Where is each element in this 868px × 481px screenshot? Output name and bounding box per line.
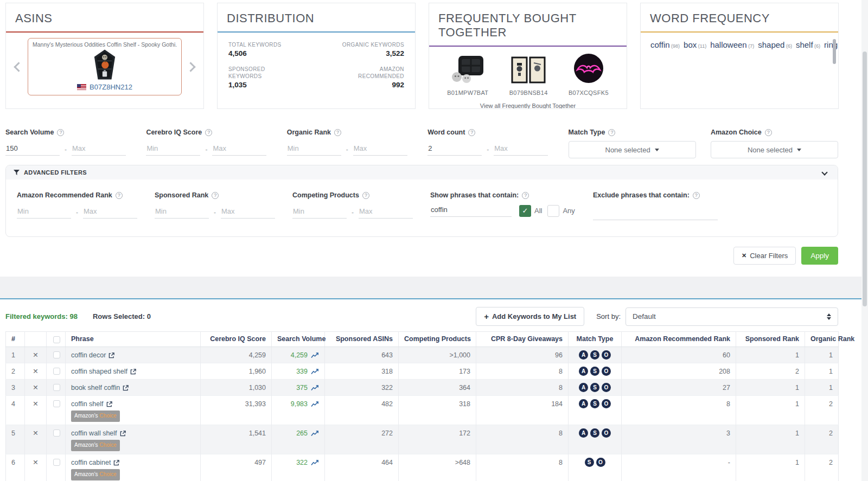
external-link-icon[interactable]: [113, 460, 119, 466]
row-checkbox[interactable]: [53, 368, 60, 375]
distribution-stat: ORGANIC KEYWORDS3,522: [327, 41, 404, 57]
fbt-product[interactable]: B07XCQSFK5: [569, 53, 609, 96]
sponsored-rank-max-input[interactable]: [221, 206, 275, 219]
competing-max-input[interactable]: [359, 206, 413, 219]
amazons-choice-badge: Amazon's Choice: [71, 440, 120, 451]
match-type-dropdown[interactable]: None selected: [569, 141, 696, 158]
competing-products-label: Competing Products: [292, 191, 359, 199]
keyword-phrase-link[interactable]: book shelf coffin: [71, 383, 120, 393]
help-icon[interactable]: [693, 192, 700, 199]
match-type-cell: ASO: [569, 347, 622, 363]
cerebro-iq-max-input[interactable]: [212, 143, 266, 156]
help-icon[interactable]: [765, 129, 772, 136]
page-scrollbar[interactable]: [861, 0, 868, 481]
arr-min-input[interactable]: [17, 206, 71, 219]
trend-chart-icon[interactable]: [311, 384, 319, 391]
amazon-recommended-rank-cell: 27: [622, 380, 736, 396]
chevron-down-icon[interactable]: [821, 169, 827, 175]
keyword-phrase-link[interactable]: coffin shelf: [71, 399, 104, 409]
help-icon[interactable]: [362, 192, 369, 199]
trend-chart-icon[interactable]: [311, 352, 319, 358]
sponsored-rank-cell: 2: [736, 363, 805, 380]
help-icon[interactable]: [57, 129, 64, 136]
arr-max-input[interactable]: [83, 206, 137, 219]
all-checkbox[interactable]: [519, 205, 531, 217]
row-checkbox[interactable]: [53, 400, 60, 407]
phrase-line: coffin decor: [71, 350, 195, 360]
remove-keyword-button[interactable]: ✕: [25, 347, 47, 363]
external-link-icon[interactable]: [123, 385, 129, 391]
keyword-phrase-link[interactable]: coffin decor: [71, 350, 106, 360]
remove-keyword-button[interactable]: ✕: [25, 380, 47, 396]
asin-link[interactable]: B07Z8HN212: [90, 83, 132, 91]
trend-chart-icon[interactable]: [311, 430, 319, 437]
external-link-icon[interactable]: [106, 401, 112, 407]
column-header-cerebro-iq-score: Cerebro IQ Score: [201, 332, 272, 347]
search-volume-value-wrap: 339: [296, 367, 319, 376]
chevron-down-icon: [797, 149, 801, 151]
remove-keyword-button[interactable]: ✕: [25, 363, 47, 380]
help-icon[interactable]: [205, 129, 212, 136]
clear-filters-button[interactable]: Clear Filters: [733, 247, 796, 265]
table-row: 1✕coffin decor4,2594,259643>1,00096ASO60…: [6, 347, 839, 363]
advanced-filters-header[interactable]: ADVANCED FILTERS: [6, 165, 838, 179]
row-checkbox[interactable]: [53, 351, 60, 358]
any-checkbox[interactable]: [547, 205, 559, 217]
help-icon[interactable]: [468, 129, 475, 136]
badge-brand: Amazon's: [74, 471, 98, 477]
filter-funnel-icon: [14, 170, 20, 175]
wordfreq-card-title: WORD FREQUENCY: [641, 3, 838, 31]
phrase-line: coffin cabinet: [71, 458, 195, 467]
sponsored-rank-min-input[interactable]: [155, 206, 209, 219]
word-text: shaped: [758, 40, 784, 49]
row-checkbox[interactable]: [53, 429, 60, 437]
remove-keyword-button[interactable]: ✕: [25, 425, 47, 454]
cerebro-iq-min-input[interactable]: [146, 143, 200, 156]
trend-chart-icon[interactable]: [311, 459, 319, 466]
carousel-right-icon[interactable]: [186, 62, 195, 72]
carousel-left-icon[interactable]: [14, 62, 23, 72]
organic-rank-min-input[interactable]: [287, 143, 341, 156]
competing-products-cell: 172: [399, 425, 476, 454]
select-all-checkbox[interactable]: [53, 336, 60, 343]
sponsored-asins-cell: 322: [325, 380, 399, 396]
keyword-phrase-link[interactable]: coffin shaped shelf: [71, 367, 127, 376]
word-count-max-input[interactable]: [494, 143, 548, 156]
search-volume-min-input[interactable]: [5, 143, 60, 156]
word-count-min-input[interactable]: [427, 143, 482, 156]
help-icon[interactable]: [212, 192, 219, 199]
page-scrollbar-thumb[interactable]: [863, 52, 867, 306]
external-link-icon[interactable]: [120, 431, 126, 437]
word-frequency-item: ring (5): [824, 40, 839, 49]
help-icon[interactable]: [608, 129, 615, 136]
external-link-icon[interactable]: [108, 352, 114, 358]
remove-keyword-button[interactable]: ✕: [25, 396, 47, 425]
competing-min-input[interactable]: [292, 206, 347, 219]
organic-rank-max-input[interactable]: [353, 143, 407, 156]
trend-chart-icon[interactable]: [311, 368, 319, 375]
badge-brand: Amazon's: [74, 442, 98, 448]
search-volume-max-input[interactable]: [72, 143, 126, 156]
wordfreq-scrollbar[interactable]: [833, 39, 836, 64]
help-icon[interactable]: [522, 192, 529, 199]
remove-keyword-button[interactable]: ✕: [25, 454, 47, 481]
fbt-product[interactable]: B079BNSB14: [509, 56, 548, 96]
keyword-phrase-link[interactable]: coffin wall shelf: [71, 428, 117, 438]
add-keywords-button[interactable]: Add Keywords to My List: [476, 307, 584, 326]
row-checkbox[interactable]: [53, 459, 60, 466]
sort-by-select[interactable]: Default: [626, 307, 838, 326]
row-checkbox-cell: [47, 454, 66, 481]
fbt-view-all-link[interactable]: View all Frequently Bought Together: [429, 102, 627, 109]
show-phrases-input[interactable]: [430, 204, 512, 217]
fbt-product[interactable]: B01MPW7BAT: [447, 54, 488, 96]
help-icon[interactable]: [334, 129, 341, 136]
row-checkbox[interactable]: [53, 384, 60, 391]
help-icon[interactable]: [116, 192, 123, 199]
trend-chart-icon[interactable]: [311, 401, 319, 407]
apply-button[interactable]: Apply: [801, 247, 838, 265]
exclude-phrases-input[interactable]: [593, 208, 718, 220]
keyword-phrase-link[interactable]: coffin cabinet: [71, 458, 111, 467]
amazon-choice-filter: Amazon Choice None selected: [711, 129, 838, 158]
external-link-icon[interactable]: [130, 369, 136, 375]
amazon-choice-dropdown[interactable]: None selected: [711, 141, 838, 158]
